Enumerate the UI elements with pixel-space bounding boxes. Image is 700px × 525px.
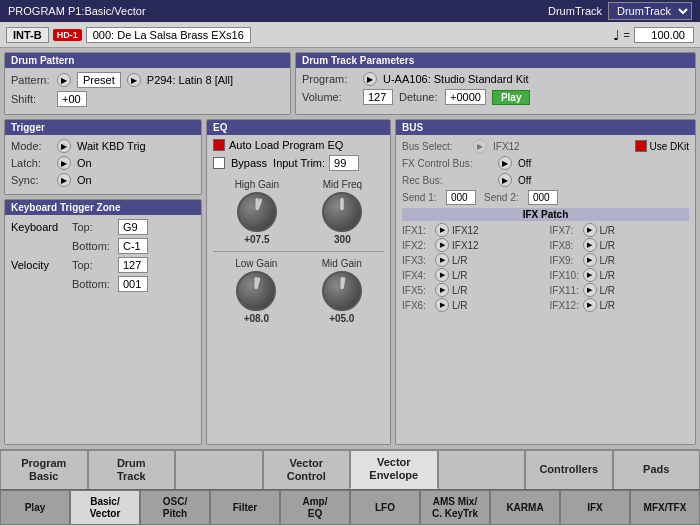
tab-vector-control[interactable]: Vector Control (263, 450, 351, 489)
dt-detune-label: Detune: (399, 91, 439, 103)
int-b-label: INT-B (6, 27, 49, 43)
bypass-label: Bypass (231, 157, 267, 169)
tab-empty1 (175, 450, 263, 489)
tab-drum-track[interactable]: Drum Track (88, 450, 176, 489)
tempo-icon: ♩ (613, 27, 620, 43)
pattern-type: Preset (77, 72, 121, 88)
tab-controllers[interactable]: Controllers (525, 450, 613, 489)
mid-gain-label: Mid Gain (322, 258, 362, 269)
drum-pattern-panel: Drum Pattern Pattern: ▶ Preset ▶ P294: L… (4, 52, 291, 115)
use-dkit-checkbox[interactable] (635, 140, 647, 152)
input-trim-label: Input Trim: (273, 157, 325, 169)
mid-gain-knob[interactable] (322, 271, 362, 311)
list-item: IFX8: ▶ L/R (550, 238, 690, 252)
kbd-zone-header: Keyboard Trigger Zone (5, 200, 201, 215)
ifx-grid: IFX1: ▶ IFX12 IFX7: ▶ L/R IFX2: ▶ IFX12 (402, 223, 689, 312)
list-item: IFX2: ▶ IFX12 (402, 238, 542, 252)
dt-detune-value: +0000 (445, 89, 486, 105)
send2-value: 000 (528, 190, 558, 205)
vel-bottom-value: 001 (118, 276, 148, 292)
tempo-value: 100.00 (634, 27, 694, 43)
tab2-karma[interactable]: KARMA (490, 490, 560, 525)
list-item: IFX11: ▶ L/R (550, 283, 690, 297)
tab2-amp-eq[interactable]: Amp/ EQ (280, 490, 350, 525)
tab2-mfx-tfx[interactable]: MFX/TFX (630, 490, 700, 525)
drum-track-header: Drum Track Parameters (296, 53, 695, 68)
keyboard-label: Keyboard (11, 221, 66, 233)
tab-pads[interactable]: Pads (613, 450, 701, 489)
mid-freq-value: 300 (334, 234, 351, 245)
list-item: IFX5: ▶ L/R (402, 283, 542, 297)
mode-dropdown[interactable]: DrumTrack (608, 2, 692, 20)
rec-bus-arrow[interactable]: ▶ (498, 173, 512, 187)
dt-program-arrow[interactable]: ▶ (363, 72, 377, 86)
latch-value: On (77, 157, 92, 169)
rec-bus-value: Off (518, 175, 531, 186)
vel-top-label: Top: (72, 259, 112, 271)
bus-panel: BUS Bus Select: ▶ IFX12 Use DKit FX Cont… (395, 119, 696, 445)
mid-freq-knob[interactable] (322, 192, 362, 232)
low-gain-knob[interactable] (236, 271, 276, 311)
eq-header: EQ (207, 120, 390, 135)
play-button[interactable]: Play (492, 90, 531, 105)
drum-track-panel: Drum Track Parameters Program: ▶ U-AA106… (295, 52, 696, 115)
kbd-top-label: Top: (72, 221, 112, 233)
sync-arrow[interactable]: ▶ (57, 173, 71, 187)
list-item: IFX12: ▶ L/R (550, 298, 690, 312)
high-gain-value: +07.5 (244, 234, 269, 245)
bypass-checkbox[interactable] (213, 157, 225, 169)
mid-freq-group: Mid Freq 300 (322, 179, 362, 245)
low-gain-group: Low Gain +08.0 (235, 258, 277, 324)
tab2-osc-pitch[interactable]: OSC/ Pitch (140, 490, 210, 525)
fx-control-arrow[interactable]: ▶ (498, 156, 512, 170)
tab2-ams-mix[interactable]: AMS Mix/ C. KeyTrk (420, 490, 490, 525)
mid-freq-label: Mid Freq (323, 179, 362, 190)
sync-value: On (77, 174, 92, 186)
pattern-value: P294: Latin 8 [All] (147, 74, 233, 86)
pattern-value-arrow[interactable]: ▶ (127, 73, 141, 87)
mid-gain-group: Mid Gain +05.0 (322, 258, 362, 324)
tab2-lfo[interactable]: LFO (350, 490, 420, 525)
send1-value: 000 (446, 190, 476, 205)
auto-load-checkbox[interactable] (213, 139, 225, 151)
bus-select-arrow[interactable]: ▶ (473, 139, 487, 153)
fx-control-value: Off (518, 158, 531, 169)
tab2-basic-vector[interactable]: Basic/ Vector (70, 490, 140, 525)
tab2-ifx[interactable]: IFX (560, 490, 630, 525)
bottom-tabs-row1: Program Basic Drum Track Vector Control … (0, 449, 700, 489)
ifx-patch-header: IFX Patch (402, 208, 689, 221)
hd1-badge: HD-1 (53, 29, 82, 41)
tab-program-basic[interactable]: Program Basic (0, 450, 88, 489)
tab2-filter[interactable]: Filter (210, 490, 280, 525)
high-gain-group: High Gain +07.5 (235, 179, 279, 245)
tempo-equals: = (624, 29, 630, 41)
use-dkit-label: Use DKit (650, 141, 689, 152)
kbd-bottom-value: C-1 (118, 238, 148, 254)
vel-top-value: 127 (118, 257, 148, 273)
list-item: IFX9: ▶ L/R (550, 253, 690, 267)
vel-bottom-label: Bottom: (72, 278, 112, 290)
latch-arrow[interactable]: ▶ (57, 156, 71, 170)
sync-label: Sync: (11, 174, 51, 186)
low-gain-label: Low Gain (235, 258, 277, 269)
mode-arrow[interactable]: ▶ (57, 139, 71, 153)
list-item: IFX1: ▶ IFX12 (402, 223, 542, 237)
dt-program-value: U-AA106: Studio Standard Kit (383, 73, 529, 85)
list-item: IFX4: ▶ L/R (402, 268, 542, 282)
trigger-panel: Trigger Mode: ▶ Wait KBD Trig Latch: ▶ O… (4, 119, 202, 195)
tab2-play[interactable]: Play (0, 490, 70, 525)
list-item: IFX3: ▶ L/R (402, 253, 542, 267)
bus-select-label: Bus Select: (402, 141, 467, 152)
dt-program-label: Program: (302, 73, 357, 85)
program-title: PROGRAM P1:Basic/Vector (8, 5, 146, 17)
eq-panel: EQ Auto Load Program EQ Bypass Input Tri… (206, 119, 391, 445)
high-gain-knob[interactable] (237, 192, 277, 232)
mid-gain-value: +05.0 (329, 313, 354, 324)
pattern-arrow[interactable]: ▶ (57, 73, 71, 87)
list-item: IFX10: ▶ L/R (550, 268, 690, 282)
bottom-tabs-row2: Play Basic/ Vector OSC/ Pitch Filter Amp… (0, 489, 700, 525)
rec-bus-label: Rec Bus: (402, 175, 492, 186)
shift-value: +00 (57, 91, 87, 107)
tab-vector-envelope[interactable]: Vector Envelope (350, 450, 438, 489)
input-trim-value: 99 (329, 155, 359, 171)
